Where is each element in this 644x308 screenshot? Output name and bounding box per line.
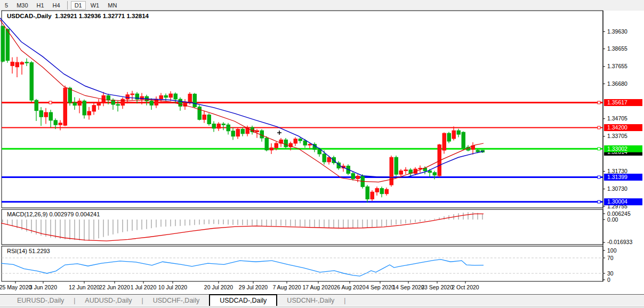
candle-body <box>385 189 389 193</box>
rsi-name: RSI(14) <box>7 248 27 254</box>
symbol-tab-bar: EURUSD-,Daily|AUDUSD-,Daily|USDCHF-,Dail… <box>0 294 644 306</box>
macd-axis-label: -0.016933 <box>607 239 632 245</box>
price-level-badge-text: 1.31399 <box>607 174 627 180</box>
macd-indicator-label: MACD(12,26,9) 0.002979 0.004241 <box>7 211 100 217</box>
date-axis-label: 1 Jul 2020 <box>131 284 157 290</box>
candle-body <box>174 94 178 99</box>
date-axis-label: 22 Jun 2020 <box>99 284 130 290</box>
candle-body <box>54 120 58 125</box>
candle-body <box>107 95 110 100</box>
candle-body <box>428 171 432 172</box>
line-handle[interactable] <box>598 200 600 203</box>
price-level-badge-text: 1.34200 <box>607 124 627 131</box>
candle-body <box>299 139 302 141</box>
candle-body <box>131 94 134 95</box>
candle-body <box>270 148 273 150</box>
candle-body <box>35 100 38 111</box>
tab-usdcad[interactable]: USDCAD-,Daily <box>209 294 277 306</box>
tab-usdcnh[interactable]: USDCNH-,Daily <box>277 295 344 306</box>
macd-axis-label: 0.00 <box>607 216 618 223</box>
date-axis-label: 4 Sep 2020 <box>366 284 395 290</box>
date-axis-label: 20 Jul 2020 <box>204 284 233 290</box>
rsi-axis-label: 0 <box>607 277 610 283</box>
price-axis-label: 1.38655 <box>607 45 627 52</box>
candle-body <box>371 192 374 199</box>
line-handle[interactable] <box>49 101 52 104</box>
candle-body <box>327 158 331 162</box>
candle-body <box>164 95 168 97</box>
candle-body <box>303 141 307 145</box>
candle-body <box>1 26 5 61</box>
candle-body <box>308 144 312 145</box>
candle-body <box>380 189 384 194</box>
candle-body <box>395 157 398 174</box>
candle-body <box>457 131 461 134</box>
candle-body <box>265 138 269 150</box>
price-axis-label: 1.30730 <box>607 185 627 192</box>
candle-body <box>294 139 297 143</box>
price-axis-label: 1.36680 <box>607 80 627 87</box>
candle-body <box>375 189 379 192</box>
line-handle[interactable] <box>598 126 600 129</box>
candle-body <box>222 124 226 125</box>
candle-body <box>121 99 125 106</box>
candle-body <box>49 112 53 120</box>
tab-eurusd[interactable]: EURUSD-,Daily <box>7 295 74 306</box>
candle-body <box>59 123 62 125</box>
price-axis-label: 1.34705 <box>607 115 627 121</box>
candle-body <box>217 124 221 128</box>
candle-body <box>39 111 43 117</box>
chart-quote-values: 1.32921 1.32936 1.32771 1.32814 <box>55 13 149 19</box>
candle-body <box>318 150 321 154</box>
candle-body <box>6 29 10 60</box>
date-axis-label: 25 May 2020 <box>0 284 32 290</box>
rsi-axis-label: 30 <box>607 270 614 277</box>
price-axis-label: 1.39630 <box>607 28 627 35</box>
candle-body <box>236 129 240 136</box>
candle-body <box>356 176 360 179</box>
candle-body <box>179 99 182 106</box>
candle-body <box>150 101 154 105</box>
candle-body <box>323 154 326 162</box>
candle-body <box>78 101 82 105</box>
candle-body <box>275 143 278 148</box>
candle-body <box>25 62 29 63</box>
rsi-axis-label: 70 <box>607 255 614 261</box>
line-handle[interactable] <box>598 148 600 150</box>
candle-body <box>92 106 96 111</box>
candle-body <box>63 88 67 125</box>
date-axis-label: 23 Sep 2020 <box>421 284 453 290</box>
candle-body <box>442 133 446 150</box>
rsi-value: 51.2293 <box>29 248 50 254</box>
price-axis-label: 1.33705 <box>607 133 627 139</box>
candle-body <box>159 95 163 99</box>
chart-symbol-label: USDCAD-,Daily <box>7 13 52 19</box>
candle-body <box>30 62 34 100</box>
date-axis-label: 12 Jun 2020 <box>69 284 100 290</box>
candle-body <box>351 173 355 179</box>
chart-canvas[interactable]: 1.396301.386551.376551.366801.347051.337… <box>0 0 644 294</box>
tab-usdchf[interactable]: USDCHF-,Daily <box>143 295 210 306</box>
price-level-badge-text: 1.35617 <box>607 99 627 106</box>
candle-body <box>433 173 437 175</box>
candle-body <box>399 171 403 174</box>
line-handle[interactable] <box>598 101 600 104</box>
date-axis-label: 7 Aug 2020 <box>272 284 301 290</box>
candle-body <box>366 187 369 199</box>
rsi-axis-label: 100 <box>607 247 617 254</box>
candle-body <box>390 157 393 185</box>
rsi-indicator-label: RSI(14) 51.2293 <box>7 248 50 254</box>
candle-body <box>73 103 77 106</box>
candle-body <box>212 124 216 128</box>
line-handle[interactable] <box>598 176 600 179</box>
price-level-badge-text: 1.33002 <box>607 145 627 152</box>
tab-divider: | <box>344 295 345 306</box>
candle-body <box>241 129 245 133</box>
macd-name: MACD(12,26,9) <box>7 211 47 217</box>
date-axis-label: 10 Jul 2020 <box>158 284 187 290</box>
tab-audusd[interactable]: AUDUSD-,Daily <box>75 295 141 306</box>
candle-body <box>231 131 235 136</box>
chart-title: USDCAD-,Daily 1.32921 1.32936 1.32771 1.… <box>7 13 149 19</box>
candle-body <box>476 150 480 152</box>
candle-body <box>188 94 192 102</box>
